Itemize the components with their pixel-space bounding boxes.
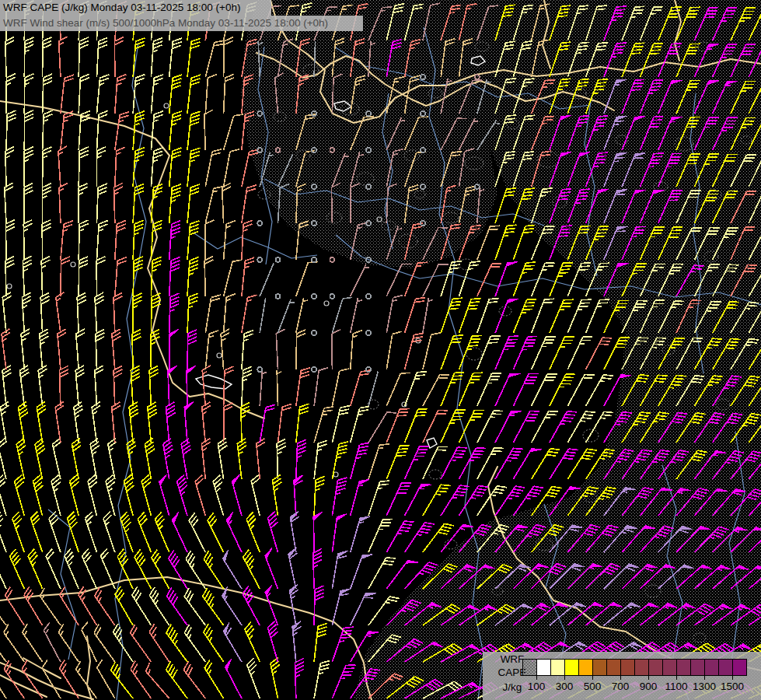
shear-map-canvas [0, 0, 761, 700]
cape-scale-cell [551, 660, 565, 675]
cape-scale-cell [663, 660, 677, 675]
cape-scale-cell [677, 660, 691, 675]
cape-scale-tick [704, 675, 705, 680]
cape-colorbar [522, 659, 747, 676]
cape-scale-cell [607, 660, 621, 675]
map-title-cape: WRF CAPE (J/kg) Monday 03-11-2025 18:00 … [0, 0, 271, 16]
cape-scale-cell [691, 660, 705, 675]
cape-scale-cell [649, 660, 663, 675]
cape-scale-tick [536, 675, 537, 680]
cape-scale-cell [621, 660, 635, 675]
cape-scale-cell [733, 660, 746, 675]
map-title-windshear: WRF Wind shear (m/s) 500/1000hPa Monday … [0, 16, 363, 31]
cape-scale-cell [523, 660, 537, 675]
cape-scale-tick-label: 1500 [715, 681, 749, 692]
cape-scale-cell [593, 660, 607, 675]
cape-scale-cell [579, 660, 593, 675]
cape-scale-tick [648, 675, 649, 680]
cape-scale-tick [592, 675, 593, 680]
cape-scale-tick [732, 675, 733, 680]
cape-scale-cell [705, 660, 719, 675]
cape-legend: WRF CAPE J/kg 10030050070090011001300150… [483, 652, 761, 700]
cape-scale-tick [564, 675, 565, 680]
cape-scale-cell [565, 660, 579, 675]
cape-scale-tick [676, 675, 677, 680]
cape-scale-cell [719, 660, 733, 675]
cape-scale-tick [620, 675, 621, 680]
cape-scale-cell [635, 660, 649, 675]
wrf-forecast-screenshot: WRF CAPE (J/kg) Monday 03-11-2025 18:00 … [0, 0, 761, 700]
cape-scale-cell [537, 660, 551, 675]
